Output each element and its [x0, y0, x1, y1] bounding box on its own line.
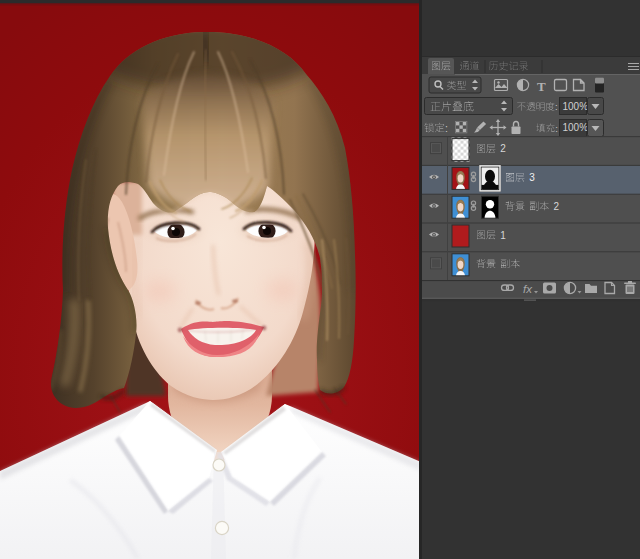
- svg-text:2: 2: [500, 143, 506, 154]
- svg-text:100%: 100%: [563, 122, 589, 133]
- svg-text::: :: [555, 101, 558, 112]
- svg-text:2: 2: [553, 201, 559, 212]
- svg-text::: :: [445, 122, 448, 134]
- svg-text:fx: fx: [523, 283, 533, 295]
- svg-text::: :: [555, 123, 558, 134]
- svg-text:100%: 100%: [563, 101, 589, 112]
- svg-text:T: T: [537, 79, 546, 94]
- svg-text:3: 3: [529, 172, 535, 183]
- svg-text:1: 1: [500, 230, 506, 241]
